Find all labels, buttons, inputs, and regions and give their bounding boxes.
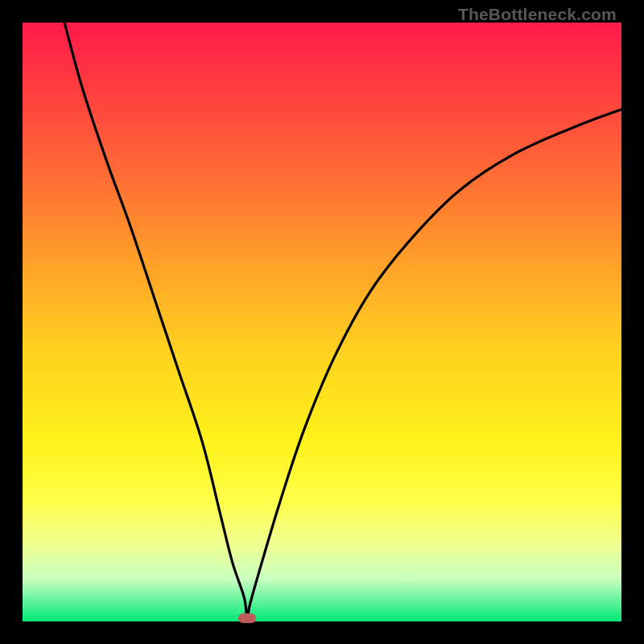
bottleneck-curve <box>23 23 621 621</box>
chart-frame: TheBottleneck.com <box>0 0 644 644</box>
watermark-text: TheBottleneck.com <box>458 5 617 24</box>
optimal-point-marker <box>238 613 256 623</box>
plot-area <box>23 23 621 621</box>
